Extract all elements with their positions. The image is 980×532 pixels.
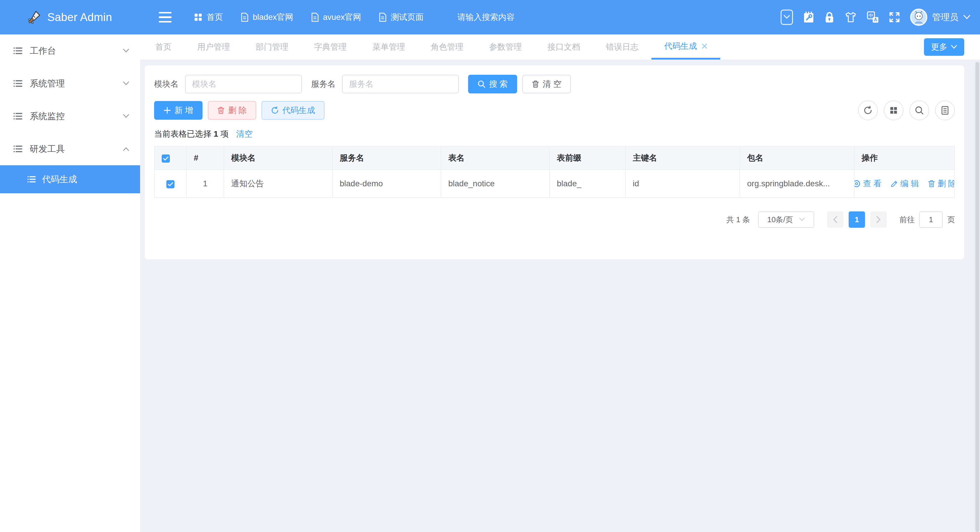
view-label: 查 看 bbox=[863, 178, 881, 189]
chevron-left-icon bbox=[833, 216, 838, 223]
selection-info: 当前表格已选择 1 项 清空 bbox=[154, 129, 955, 140]
edit-label: 编 辑 bbox=[900, 178, 919, 189]
edit-row-link[interactable]: 编 辑 bbox=[890, 178, 919, 189]
more-tabs-label: 更多 bbox=[931, 41, 947, 53]
refresh-icon bbox=[863, 106, 873, 115]
clear-filters-button[interactable]: 清 空 bbox=[522, 75, 571, 94]
refresh-icon-button[interactable] bbox=[858, 100, 878, 120]
chevron-down-icon bbox=[123, 48, 130, 53]
vertical-scrollbar[interactable] bbox=[975, 62, 979, 532]
sidebar-item-workbench[interactable]: 工作台 bbox=[0, 35, 140, 67]
global-search-input[interactable]: 请输入搜索内容 bbox=[457, 12, 514, 23]
delete-row-link[interactable]: 删 除 bbox=[928, 178, 955, 189]
next-page-button[interactable] bbox=[870, 212, 887, 228]
pagination-total: 共 1 条 bbox=[726, 215, 750, 225]
tab-menu-management[interactable]: 菜单管理 bbox=[360, 35, 418, 60]
chevron-up-icon bbox=[123, 147, 130, 151]
search-icon bbox=[915, 106, 924, 115]
topnav-test-page-label: 测试页面 bbox=[391, 12, 423, 23]
service-name-input[interactable] bbox=[342, 75, 459, 94]
clear-selection-link[interactable]: 清空 bbox=[236, 129, 253, 140]
pagination: 共 1 条 10条/页 1 前往 页 bbox=[154, 212, 955, 228]
tab-user-management[interactable]: 用户管理 bbox=[185, 35, 243, 60]
grid-view-icon-button[interactable] bbox=[884, 100, 904, 120]
delete-button[interactable]: 删 除 bbox=[208, 101, 256, 120]
page-size-select[interactable]: 10条/页 bbox=[758, 212, 814, 228]
select-all-checkbox[interactable] bbox=[162, 155, 170, 162]
goto-page-label: 前往 bbox=[899, 215, 915, 225]
table-row[interactable]: 1 通知公告 blade-demo blade_notice blade_ id… bbox=[154, 170, 955, 198]
cell-service: blade-demo bbox=[332, 170, 441, 198]
topnav-home[interactable]: 首页 bbox=[194, 12, 223, 23]
page-unit-label: 页 bbox=[947, 215, 955, 225]
column-header-prefix: 表前缀 bbox=[549, 146, 625, 170]
cell-pk: id bbox=[625, 170, 740, 198]
goto-page-input[interactable] bbox=[919, 212, 943, 228]
search-toggle-icon-button[interactable] bbox=[909, 100, 929, 120]
column-header-package: 包名 bbox=[740, 146, 854, 170]
tab-home[interactable]: 首页 bbox=[142, 35, 185, 60]
module-name-input[interactable] bbox=[185, 75, 302, 94]
tab-code-generation-active[interactable]: 代码生成 bbox=[651, 35, 720, 60]
more-tabs-button[interactable]: 更多 bbox=[924, 38, 964, 56]
sidebar-item-code-generation[interactable]: 代码生成 bbox=[0, 165, 140, 193]
trash-icon bbox=[532, 80, 539, 88]
user-menu[interactable]: 管理员 bbox=[910, 8, 970, 26]
chevron-right-icon bbox=[876, 216, 881, 223]
list-icon bbox=[13, 46, 23, 56]
theme-tshirt-icon[interactable] bbox=[845, 12, 857, 23]
grid-icon bbox=[194, 13, 202, 22]
row-checkbox[interactable] bbox=[166, 180, 175, 188]
tab-error-log[interactable]: 错误日志 bbox=[593, 35, 651, 60]
crud-card: 模块名 服务名 搜 索 清 空 新 增 bbox=[145, 65, 964, 259]
tab-dictionary-management[interactable]: 字典管理 bbox=[301, 35, 360, 60]
prev-page-button[interactable] bbox=[827, 212, 843, 228]
debug-tool-icon[interactable] bbox=[803, 11, 814, 23]
page-size-value: 10条/页 bbox=[767, 215, 793, 225]
user-name: 管理员 bbox=[932, 11, 958, 23]
language-translate-icon[interactable]: 中 A bbox=[867, 11, 879, 23]
topnav-avuex[interactable]: avuex官网 bbox=[311, 12, 361, 23]
sidebar-item-system-monitor[interactable]: 系统监控 bbox=[0, 100, 140, 132]
tab-department-management[interactable]: 部门管理 bbox=[243, 35, 301, 60]
lock-screen-icon[interactable] bbox=[824, 11, 835, 23]
tab-api-docs[interactable]: 接口文档 bbox=[535, 35, 593, 60]
sidebar-item-dev-tools[interactable]: 研发工具 bbox=[0, 132, 140, 165]
topnav-bladex[interactable]: bladex官网 bbox=[240, 12, 293, 23]
sidebar-item-label: 系统管理 bbox=[30, 78, 123, 90]
add-button[interactable]: 新 增 bbox=[154, 101, 202, 120]
header-right-tools: 中 A bbox=[780, 8, 980, 26]
app-logo[interactable]: Saber Admin bbox=[0, 0, 140, 35]
page-number-1[interactable]: 1 bbox=[849, 212, 865, 228]
close-icon[interactable] bbox=[702, 43, 708, 49]
list-icon bbox=[13, 144, 23, 154]
topnav-test-page[interactable]: 测试页面 bbox=[379, 12, 423, 23]
clear-filters-label: 清 空 bbox=[543, 78, 562, 90]
document-icon bbox=[379, 13, 387, 22]
grid-icon bbox=[889, 106, 898, 115]
fullscreen-icon[interactable] bbox=[889, 12, 900, 23]
top-menu-dropdown-button[interactable] bbox=[780, 10, 793, 25]
selection-count: 1 bbox=[214, 129, 218, 139]
code-generate-button[interactable]: 代码生成 bbox=[261, 101, 325, 120]
delete-label: 删 除 bbox=[938, 178, 955, 189]
sidebar-item-system-management[interactable]: 系统管理 bbox=[0, 67, 140, 100]
dagger-logo-icon bbox=[28, 10, 42, 24]
tab-parameter-management[interactable]: 参数管理 bbox=[476, 35, 535, 60]
sidebar-collapse-button[interactable] bbox=[159, 12, 172, 22]
main-content: 模块名 服务名 搜 索 清 空 新 增 bbox=[140, 60, 980, 532]
topnav-bladex-label: bladex官网 bbox=[253, 12, 293, 23]
edit-pencil-icon bbox=[890, 180, 898, 188]
search-button[interactable]: 搜 索 bbox=[468, 75, 517, 94]
svg-text:中: 中 bbox=[869, 13, 873, 18]
document-icon bbox=[311, 13, 319, 22]
document-icon bbox=[240, 13, 249, 22]
tab-role-management[interactable]: 角色管理 bbox=[418, 35, 476, 60]
trash-icon bbox=[928, 180, 935, 188]
view-row-link[interactable]: 查 看 bbox=[854, 178, 881, 189]
column-settings-icon-button[interactable] bbox=[935, 100, 955, 120]
sidebar-item-label: 研发工具 bbox=[30, 143, 123, 155]
active-tab-label: 代码生成 bbox=[664, 41, 697, 52]
svg-text:A: A bbox=[874, 17, 877, 22]
chevron-down-icon bbox=[123, 81, 130, 86]
